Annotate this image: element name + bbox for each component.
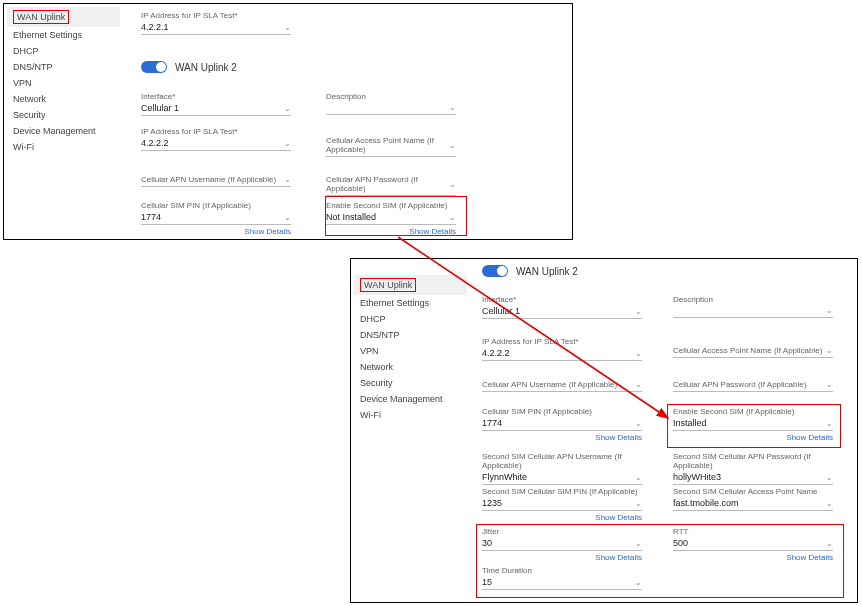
apn-select[interactable]: Cellular Access Point Name (If Applicabl…: [673, 345, 833, 358]
sidebar-item-vpn[interactable]: VPN: [7, 75, 120, 91]
interface-select[interactable]: Cellular 1⌄: [482, 305, 642, 319]
chevron-down-icon: ⌄: [826, 306, 833, 315]
sidebar-item-wifi[interactable]: Wi-Fi: [354, 407, 467, 423]
chevron-down-icon: ⌄: [635, 578, 642, 587]
apn-pass-select[interactable]: Cellular APN Password (If Applicable)⌄: [673, 379, 833, 392]
wan-uplink-2-toggle[interactable]: [482, 265, 508, 277]
chevron-down-icon: ⌄: [449, 180, 456, 189]
sim2-pin[interactable]: 1235⌄: [482, 497, 642, 511]
chevron-down-icon: ⌄: [635, 349, 642, 358]
show-details-link[interactable]: Show Details: [326, 227, 456, 236]
show-details-link[interactable]: Show Details: [673, 433, 833, 442]
sidebar-item-vpn[interactable]: VPN: [354, 343, 467, 359]
chevron-down-icon: ⌄: [284, 139, 291, 148]
sidebar-item-ethernet[interactable]: Ethernet Settings: [7, 27, 120, 43]
chevron-down-icon: ⌄: [826, 473, 833, 482]
show-details-link[interactable]: Show Details: [482, 433, 642, 442]
rtt-select[interactable]: 500⌄: [673, 537, 833, 551]
apn-user-select[interactable]: Cellular APN Username (If Applicable)⌄: [482, 379, 642, 392]
chevron-down-icon: ⌄: [635, 419, 642, 428]
sim-pin-select[interactable]: 1774⌄: [141, 211, 291, 225]
chevron-down-icon: ⌄: [826, 539, 833, 548]
sidebar-item-security[interactable]: Security: [7, 107, 120, 123]
sidebar: WAN Uplink Ethernet Settings DHCP DNS/NT…: [354, 275, 467, 423]
sidebar-item-dhcp[interactable]: DHCP: [7, 43, 120, 59]
ip-sla-select[interactable]: 4.2.2.2⌄: [482, 347, 642, 361]
jitter-select[interactable]: 30⌄: [482, 537, 642, 551]
chevron-down-icon: ⌄: [635, 473, 642, 482]
panel-before: WAN Uplink Ethernet Settings DHCP DNS/NT…: [3, 3, 573, 240]
ip-sla-top-select[interactable]: 4.2.2.1⌄: [141, 21, 291, 35]
apn-user-select[interactable]: Cellular APN Username (If Applicable)⌄: [141, 174, 291, 187]
show-details-link[interactable]: Show Details: [482, 553, 642, 562]
sidebar-item-device-mgmt[interactable]: Device Management: [354, 391, 467, 407]
ip-sla-select[interactable]: 4.2.2.2⌄: [141, 137, 291, 151]
chevron-down-icon: ⌄: [449, 213, 456, 222]
chevron-down-icon: ⌄: [284, 213, 291, 222]
sidebar-item-dns-ntp[interactable]: DNS/NTP: [354, 327, 467, 343]
sidebar-item-network[interactable]: Network: [354, 359, 467, 375]
interface-select[interactable]: Cellular 1⌄: [141, 102, 291, 116]
sidebar-item-network[interactable]: Network: [7, 91, 120, 107]
chevron-down-icon: ⌄: [635, 499, 642, 508]
sidebar-item-dhcp[interactable]: DHCP: [354, 311, 467, 327]
sidebar-item-security[interactable]: Security: [354, 375, 467, 391]
panel-after: WAN Uplink Ethernet Settings DHCP DNS/NT…: [350, 258, 858, 603]
chevron-down-icon: ⌄: [826, 380, 833, 389]
chevron-down-icon: ⌄: [635, 380, 642, 389]
time-duration-select[interactable]: 15⌄: [482, 576, 642, 590]
sim2-apn-pass[interactable]: hollyWHite3⌄: [673, 471, 833, 485]
sim-pin-select[interactable]: 1774⌄: [482, 417, 642, 431]
wan-uplink-2-toggle-row: WAN Uplink 2: [141, 61, 237, 73]
sidebar-item-wifi[interactable]: Wi-Fi: [7, 139, 120, 155]
chevron-down-icon: ⌄: [449, 103, 456, 112]
sidebar-item-wan-uplink[interactable]: WAN Uplink: [354, 275, 467, 295]
chevron-down-icon: ⌄: [826, 346, 833, 355]
sidebar-item-device-mgmt[interactable]: Device Management: [7, 123, 120, 139]
sim2-apn[interactable]: fast.tmobile.com⌄: [673, 497, 833, 511]
apn-pass-select[interactable]: Cellular APN Password (If Applicable)⌄: [326, 174, 456, 196]
chevron-down-icon: ⌄: [635, 307, 642, 316]
apn-select[interactable]: Cellular Access Point Name (If Applicabl…: [326, 135, 456, 157]
wan-uplink-2-toggle[interactable]: [141, 61, 167, 73]
sim2-apn-user[interactable]: FlynnWhite⌄: [482, 471, 642, 485]
chevron-down-icon: ⌄: [449, 141, 456, 150]
chevron-down-icon: ⌄: [284, 23, 291, 32]
wan-uplink-2-label: WAN Uplink 2: [175, 62, 237, 73]
field-ip-sla-top: IP Address for IP SLA Test* 4.2.2.1⌄: [141, 11, 291, 35]
chevron-down-icon: ⌄: [826, 419, 833, 428]
wan-uplink-2-toggle-row: WAN Uplink 2: [482, 265, 578, 277]
sidebar-item-ethernet[interactable]: Ethernet Settings: [354, 295, 467, 311]
description-select[interactable]: ⌄: [673, 305, 833, 318]
chevron-down-icon: ⌄: [635, 539, 642, 548]
show-details-link[interactable]: Show Details: [673, 553, 833, 562]
chevron-down-icon: ⌄: [284, 175, 291, 184]
sidebar-item-dns-ntp[interactable]: DNS/NTP: [7, 59, 120, 75]
sidebar: WAN Uplink Ethernet Settings DHCP DNS/NT…: [7, 7, 120, 155]
second-sim-select[interactable]: Not Installed⌄: [326, 211, 456, 225]
description-select[interactable]: ⌄: [326, 102, 456, 115]
chevron-down-icon: ⌄: [826, 499, 833, 508]
show-details-link[interactable]: Show Details: [141, 227, 291, 236]
second-sim-select[interactable]: Installed⌄: [673, 417, 833, 431]
wan-uplink-2-label: WAN Uplink 2: [516, 266, 578, 277]
chevron-down-icon: ⌄: [284, 104, 291, 113]
show-details-link[interactable]: Show Details: [482, 513, 642, 522]
sidebar-item-wan-uplink[interactable]: WAN Uplink: [7, 7, 120, 27]
